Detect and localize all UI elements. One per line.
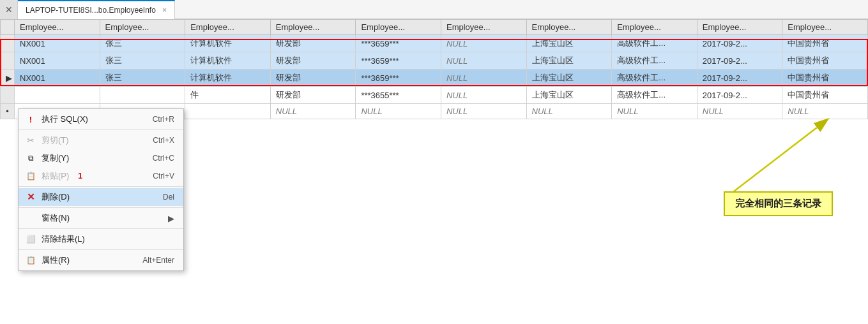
cell: 高级软件工...	[612, 87, 697, 104]
cell: NULL	[441, 104, 526, 119]
ctx-clear-label: 清除结果(L)	[42, 233, 85, 245]
cell: 研发部	[270, 35, 356, 52]
row-marker	[1, 35, 15, 52]
cell: NULL	[441, 87, 526, 104]
execute-sql-icon: !	[25, 115, 36, 124]
cell: NULL	[782, 104, 868, 119]
separator-2	[19, 186, 183, 187]
main-area: Employee... Employee... Employee... Empl…	[0, 19, 868, 324]
ctx-copy-label: 复制(Y)	[42, 152, 69, 164]
cell: 上海宝山区	[526, 52, 612, 70]
col-header-1: Employee...	[15, 20, 100, 35]
ctx-execute-sql-label: 执行 SQL(X)	[42, 114, 88, 125]
ctx-paste[interactable]: 📋 粘贴(P) 1 Ctrl+V	[19, 167, 183, 185]
cell: 中国贵州省	[782, 52, 868, 70]
cell: ***3659***	[356, 52, 441, 70]
cell: NULL	[526, 104, 612, 119]
cell: 2017-09-2...	[697, 87, 782, 104]
table-body: NX001 张三 计算机软件 研发部 ***3659*** NULL 上海宝山区…	[1, 35, 868, 119]
cell: 张三	[100, 70, 185, 87]
tab-employeeinfo[interactable]: LAPTOP-TUTEI8SI...bo.EmployeeInfo ×	[18, 0, 175, 19]
cell: 2017-09-2...	[697, 70, 782, 87]
ctx-delete-label: 删除(D)	[42, 191, 70, 203]
ctx-execute-sql[interactable]: ! 执行 SQL(X) Ctrl+R	[19, 110, 183, 128]
paste-icon: 📋	[25, 172, 36, 180]
cell: 计算机软件	[185, 70, 271, 87]
cut-icon: ✂	[25, 135, 36, 145]
cell: NX001	[15, 70, 100, 87]
cell: ***3659***	[356, 70, 441, 87]
ctx-cut-shortcut: Ctrl+X	[153, 136, 174, 145]
cell: NULL	[270, 104, 356, 119]
cell: NULL	[441, 52, 526, 70]
ctx-delete-shortcut: Del	[163, 193, 174, 202]
col-header-4: Employee...	[270, 20, 356, 35]
ctx-properties-label: 属性(R)	[42, 254, 70, 266]
cell: 上海宝山区	[526, 87, 612, 104]
col-header-3: Employee...	[185, 20, 271, 35]
cell: 研发部	[270, 87, 356, 104]
cell: NULL	[356, 104, 441, 119]
cell: 高级软件工...	[612, 52, 697, 70]
callout-text: 完全相同的三条记录	[735, 198, 821, 209]
delete-icon: ✕	[25, 191, 36, 203]
cell: 高级软件工...	[612, 70, 697, 87]
cell: 上海宝山区	[526, 35, 612, 52]
context-menu: ! 执行 SQL(X) Ctrl+R ✂ 剪切(T) Ctrl+X ⧉ 复制(Y…	[18, 108, 184, 271]
ctx-window[interactable]: 窗格(N) ▶	[19, 209, 183, 227]
paste-badge: 1	[78, 172, 82, 180]
row-marker: •	[1, 104, 15, 119]
col-header-7: Employee...	[526, 20, 612, 35]
row-marker: ▶	[1, 70, 15, 87]
ctx-paste-label: 粘贴(P)	[42, 170, 69, 182]
annotation-callout: 完全相同的三条记录	[724, 191, 833, 216]
tab-label: LAPTOP-TUTEI8SI...bo.EmployeeInfo	[26, 6, 156, 15]
cell: NULL	[441, 35, 526, 52]
separator-1	[19, 129, 183, 130]
ctx-cut-label: 剪切(T)	[42, 135, 69, 146]
cell: 中国贵州省	[782, 35, 868, 52]
cell: NX001	[15, 35, 100, 52]
cell	[15, 87, 100, 104]
table-row[interactable]: 件 研发部 ***3655*** NULL 上海宝山区 高级软件工... 201…	[1, 87, 868, 104]
cell: 研发部	[270, 70, 356, 87]
separator-4	[19, 228, 183, 229]
cell: 张三	[100, 52, 185, 70]
col-marker-header	[1, 20, 15, 35]
cell: 张三	[100, 35, 185, 52]
properties-icon: 📋	[25, 256, 36, 265]
ctx-properties-shortcut: Alt+Enter	[142, 256, 174, 265]
table-row[interactable]: ▶ NX001 张三 计算机软件 研发部 ***3659*** NULL 上海宝…	[1, 70, 868, 87]
ctx-delete[interactable]: ✕ 删除(D) Del	[19, 188, 183, 206]
tab-close-button[interactable]: ×	[162, 6, 167, 15]
cell: NULL	[697, 104, 782, 119]
cell: 计算机软件	[185, 52, 271, 70]
row-marker	[1, 87, 15, 104]
cell	[185, 104, 271, 119]
copy-icon: ⧉	[25, 154, 36, 163]
table-row[interactable]: NX001 张三 计算机软件 研发部 ***3659*** NULL 上海宝山区…	[1, 52, 868, 70]
cell: ***3655***	[356, 87, 441, 104]
cell: 上海宝山区	[526, 70, 612, 87]
col-header-5: Employee...	[356, 20, 441, 35]
ctx-cut[interactable]: ✂ 剪切(T) Ctrl+X	[19, 131, 183, 149]
col-header-2: Employee...	[100, 20, 185, 35]
separator-3	[19, 207, 183, 208]
cell: 中国贵州省	[782, 70, 868, 87]
col-header-10: Employee...	[782, 20, 868, 35]
data-table: Employee... Employee... Employee... Empl…	[0, 19, 868, 119]
close-button[interactable]: ✕	[0, 0, 18, 19]
cell: 高级软件工...	[612, 35, 697, 52]
title-bar: ✕ LAPTOP-TUTEI8SI...bo.EmployeeInfo ×	[0, 0, 868, 19]
cell: ***3659***	[356, 35, 441, 52]
table-row[interactable]: NX001 张三 计算机软件 研发部 ***3659*** NULL 上海宝山区…	[1, 35, 868, 52]
ctx-properties[interactable]: 📋 属性(R) Alt+Enter	[19, 251, 183, 269]
ctx-window-label: 窗格(N)	[42, 212, 70, 224]
ctx-copy[interactable]: ⧉ 复制(Y) Ctrl+C	[19, 149, 183, 167]
ctx-clear[interactable]: ⬜ 清除结果(L)	[19, 230, 183, 248]
cell: 中国贵州省	[782, 87, 868, 104]
col-header-8: Employee...	[612, 20, 697, 35]
cell: NULL	[441, 70, 526, 87]
table-header-row: Employee... Employee... Employee... Empl…	[1, 20, 868, 35]
ctx-execute-sql-shortcut: Ctrl+R	[153, 115, 174, 124]
